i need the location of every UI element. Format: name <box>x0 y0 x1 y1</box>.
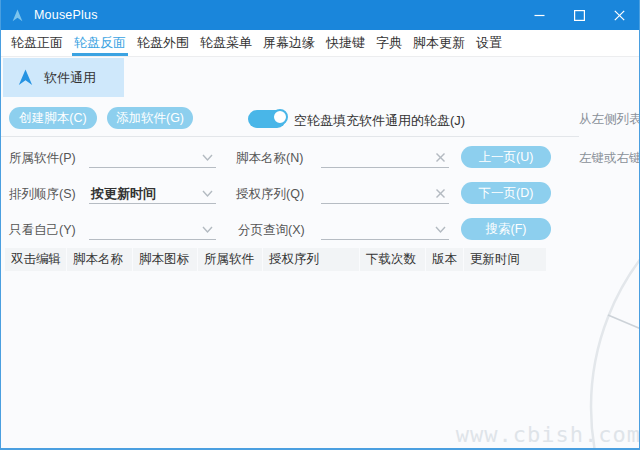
chevron-down-icon[interactable] <box>201 151 214 164</box>
chevron-down-icon[interactable] <box>434 223 447 236</box>
fill-empty-wheel-toggle[interactable] <box>248 110 286 128</box>
close-icon <box>614 10 625 21</box>
add-software-button[interactable]: 添加软件(G) <box>107 107 193 129</box>
sort-order-label: 排列顺序(S) <box>9 186 76 203</box>
titlebar: MousePlus <box>1 0 639 30</box>
menu-item-settings[interactable]: 设置 <box>474 30 504 56</box>
menu-item-wheel-outer[interactable]: 轮盘外围 <box>135 30 191 56</box>
window-title: MousePlus <box>34 8 98 22</box>
app-logo-icon <box>10 8 25 23</box>
sort-order-value: 按更新时间 <box>91 185 156 203</box>
toggle-label: 空轮盘填充软件通用的轮盘(J) <box>294 112 465 130</box>
tab-software-common[interactable]: 软件通用 <box>3 58 124 97</box>
menu-item-dictionary[interactable]: 字典 <box>374 30 404 56</box>
script-name-input[interactable] <box>321 146 449 168</box>
page-query-label: 分页查询(X) <box>238 222 305 239</box>
menu-item-hotkeys[interactable]: 快捷键 <box>324 30 367 56</box>
sort-order-select[interactable]: 按更新时间 <box>89 182 216 204</box>
menu-item-wheel-front[interactable]: 轮盘正面 <box>9 30 65 56</box>
license-serial-input[interactable] <box>321 182 449 204</box>
menu-item-script-update[interactable]: 脚本更新 <box>411 30 467 56</box>
license-serial-label: 授权序列(Q) <box>236 186 304 203</box>
owner-software-label: 所属软件(P) <box>9 150 76 167</box>
tab-label: 软件通用 <box>44 69 96 87</box>
owner-software-select[interactable] <box>89 146 216 168</box>
only-mine-select[interactable] <box>89 218 216 240</box>
minimize-button[interactable] <box>519 0 559 30</box>
menu-item-screen-edge[interactable]: 屏幕边缘 <box>261 30 317 56</box>
column-license-serial[interactable]: 授权序列 <box>263 248 359 271</box>
column-owner-software[interactable]: 所属软件 <box>198 248 262 271</box>
minimize-icon <box>534 10 545 21</box>
close-button[interactable] <box>599 0 639 30</box>
chevron-down-icon[interactable] <box>201 187 214 200</box>
mouseplus-window: www.cbish.com MousePlus 轮盘正面 轮盘反面 轮盘外围 轮… <box>0 0 640 450</box>
toggle-knob <box>272 109 288 125</box>
column-version[interactable]: 版本 <box>426 248 463 271</box>
search-button[interactable]: 搜索(F) <box>461 218 551 240</box>
column-double-click-edit[interactable]: 双击编辑 <box>5 248 66 271</box>
left-list-hint: 从左侧列表 <box>579 111 640 128</box>
script-name-label: 脚本名称(N) <box>236 150 303 167</box>
column-script-name[interactable]: 脚本名称 <box>67 248 132 271</box>
only-mine-label: 只看自己(Y) <box>9 222 76 239</box>
column-script-icon[interactable]: 脚本图标 <box>133 248 197 271</box>
table-header: 双击编辑 脚本名称 脚本图标 所属软件 授权序列 下载次数 版本 更新时间 <box>5 248 546 271</box>
page-query-select[interactable] <box>321 218 449 240</box>
column-update-time[interactable]: 更新时间 <box>464 248 546 271</box>
mouse-button-hint: 左键或右键 <box>579 150 640 167</box>
watermark: www.cbish.com <box>456 422 640 447</box>
menubar: 轮盘正面 轮盘反面 轮盘外围 轮盘菜单 屏幕边缘 快捷键 字典 脚本更新 设置 <box>1 30 639 57</box>
cursor-arrow-icon <box>16 68 35 87</box>
clear-icon[interactable] <box>434 187 447 200</box>
maximize-icon <box>574 10 585 21</box>
create-script-button[interactable]: 创建脚本(C) <box>9 107 97 129</box>
next-page-button[interactable]: 下一页(D) <box>461 182 551 204</box>
menu-item-wheel-menu[interactable]: 轮盘菜单 <box>198 30 254 56</box>
menu-item-wheel-back[interactable]: 轮盘反面 <box>72 30 128 56</box>
chevron-down-icon[interactable] <box>201 223 214 236</box>
clear-icon[interactable] <box>434 151 447 164</box>
toolbar-separator <box>1 136 579 137</box>
column-download-count[interactable]: 下载次数 <box>360 248 425 271</box>
previous-page-button[interactable]: 上一页(U) <box>461 146 551 168</box>
maximize-button[interactable] <box>559 0 599 30</box>
